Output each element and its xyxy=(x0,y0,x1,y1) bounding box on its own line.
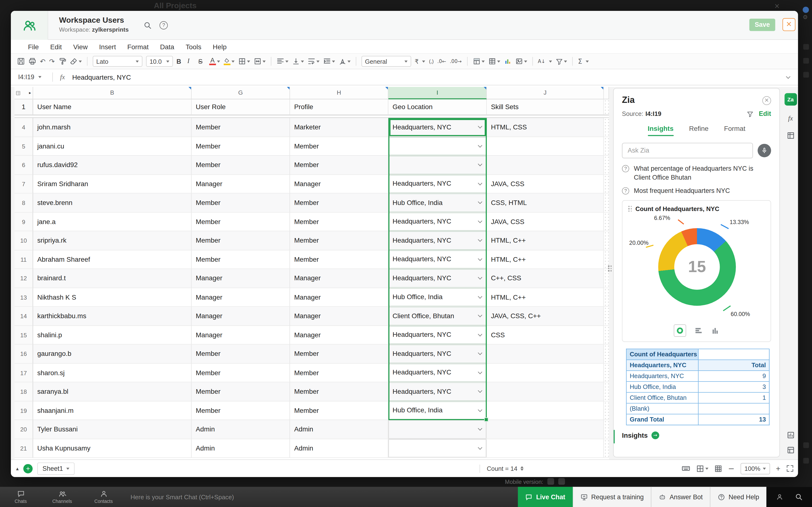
cell-skillsets-16[interactable] xyxy=(487,344,604,363)
chevron-down-icon[interactable] xyxy=(478,351,482,355)
menu-edit[interactable]: Edit xyxy=(45,43,67,50)
zia-filter-icon[interactable] xyxy=(747,111,754,117)
font-select[interactable]: Lato xyxy=(93,56,142,67)
text-color-button[interactable]: A xyxy=(209,58,220,65)
cell-profile-4[interactable]: Marketer xyxy=(290,118,388,137)
cell-geolocation-15[interactable]: Headquarters, NYC xyxy=(388,326,487,344)
cell-username-5[interactable]: janani.cu xyxy=(33,137,192,156)
menu-help[interactable]: Help xyxy=(207,43,232,50)
cell-userrole-10[interactable]: Member xyxy=(192,231,290,250)
drag-handle-icon[interactable] xyxy=(628,206,632,212)
chart-type-column-button[interactable] xyxy=(711,326,719,334)
indent-button[interactable] xyxy=(323,57,335,65)
merge-cells-button[interactable] xyxy=(254,57,266,65)
cell-username-12[interactable]: brainard.t xyxy=(33,269,192,288)
currency-caret[interactable] xyxy=(422,60,425,62)
number-format-select[interactable]: General xyxy=(361,56,411,67)
zia-suggestion-2[interactable]: ?Most frequent Headquarters NYC xyxy=(622,187,771,195)
cell-profile-8[interactable]: Member xyxy=(290,193,388,212)
donut-chart[interactable]: 15 13.33%60.00%20.00%6.67% xyxy=(628,214,765,322)
freeze-panes-button[interactable] xyxy=(472,57,484,65)
row-header-7[interactable]: 7 xyxy=(14,175,33,193)
column-header-G[interactable]: G xyxy=(192,87,290,99)
cell-username-17[interactable]: sharon.sj xyxy=(33,363,192,382)
borders-button[interactable] xyxy=(238,57,250,65)
cell-header-profile[interactable]: Profile xyxy=(290,99,388,115)
cell-skillsets-12[interactable]: C++, CSS xyxy=(487,269,604,288)
cell-username-14[interactable]: karthickbabu.ms xyxy=(33,307,192,326)
cell-geolocation-4[interactable]: Headquarters, NYC xyxy=(388,118,487,137)
smart-chat-input[interactable] xyxy=(131,493,513,501)
pivot-view-icon[interactable] xyxy=(786,131,795,139)
cell-userrole-6[interactable]: Member xyxy=(192,156,290,175)
cell-userrole-19[interactable]: Member xyxy=(192,401,290,420)
clear-format-icon[interactable] xyxy=(70,57,82,65)
text-wrap-button[interactable] xyxy=(307,57,319,65)
hidden-rows-indicator[interactable] xyxy=(14,115,609,118)
chevron-down-icon[interactable] xyxy=(478,332,482,336)
pivot-label[interactable]: Hub Office, India xyxy=(627,382,699,393)
grid-view-icon[interactable] xyxy=(714,464,722,472)
zia-suggestion-1[interactable]: ?What percentage of Headquarters NYC is … xyxy=(622,164,771,182)
insights-arrow-icon[interactable]: → xyxy=(651,431,659,439)
chart-type-bar-button[interactable] xyxy=(695,326,703,334)
row-header-6[interactable]: 6 xyxy=(14,156,33,175)
count-stepper-icon[interactable] xyxy=(520,466,524,471)
row-header-10[interactable]: 10 xyxy=(14,231,33,250)
chevron-down-icon[interactable] xyxy=(478,181,482,185)
chevron-down-icon[interactable] xyxy=(478,388,482,393)
formula-input[interactable]: Headquarters, NYC xyxy=(72,73,786,81)
chevron-down-icon[interactable] xyxy=(478,370,482,374)
text-rotate-button[interactable] xyxy=(339,57,350,65)
functions-icon[interactable]: fx xyxy=(788,114,793,123)
cell-geolocation-9[interactable]: Headquarters, NYC xyxy=(388,213,487,231)
cell-userrole-5[interactable]: Member xyxy=(192,137,290,156)
print-icon[interactable] xyxy=(29,57,36,65)
cell-userrole-20[interactable]: Admin xyxy=(192,420,290,439)
cell-geolocation-19[interactable]: Hub Office, India xyxy=(388,401,487,420)
cell-profile-12[interactable]: Manager xyxy=(290,269,388,288)
cell-username-4[interactable]: john.marsh xyxy=(33,118,192,137)
cell-skillsets-9[interactable]: JAVA, CSS xyxy=(487,213,604,231)
row-header-15[interactable]: 15 xyxy=(14,326,33,344)
comma-format-icon[interactable]: (,) xyxy=(429,58,434,64)
row-header-4[interactable]: 4 xyxy=(14,118,33,137)
filter-button[interactable] xyxy=(556,58,567,65)
cell-userrole-4[interactable]: Member xyxy=(192,118,290,137)
sum-button[interactable]: Σ xyxy=(578,57,582,65)
cell-skillsets-14[interactable]: JAVA, CSS, C++ xyxy=(487,307,604,326)
taskbar-search-icon[interactable] xyxy=(795,493,803,501)
cell-username-16[interactable]: gaurango.b xyxy=(33,344,192,363)
zoom-out-button[interactable]: − xyxy=(728,464,735,473)
undo-icon[interactable]: ↶ xyxy=(40,57,45,65)
cell-header-skillsets[interactable]: Skill Sets xyxy=(487,99,604,115)
sheet-view-button[interactable] xyxy=(696,464,708,472)
cell-header-username[interactable]: User Name xyxy=(33,99,192,115)
cell-skillsets-11[interactable]: HTML, C++ xyxy=(487,250,604,269)
row-header-5[interactable]: 5 xyxy=(14,137,33,156)
decrease-decimal-icon[interactable]: .0← xyxy=(437,58,446,64)
pivot-label[interactable]: Headquarters, NYC xyxy=(627,371,699,382)
bold-button[interactable]: B xyxy=(176,58,184,65)
increase-decimal-icon[interactable]: .00→ xyxy=(450,58,462,64)
chevron-down-icon[interactable] xyxy=(478,162,482,166)
cell-profile-18[interactable]: Member xyxy=(290,382,388,401)
menu-tools[interactable]: Tools xyxy=(180,43,207,50)
cell-username-21[interactable]: Usha Kupnusamy xyxy=(33,439,192,458)
cell-profile-19[interactable]: Member xyxy=(290,401,388,420)
cell-skillsets-21[interactable] xyxy=(487,439,604,458)
cell-skillsets-20[interactable] xyxy=(487,420,604,439)
zia-logo-icon[interactable]: Za xyxy=(784,93,797,106)
operator-chat-icon[interactable] xyxy=(776,493,783,501)
cell-skillsets-5[interactable] xyxy=(487,137,604,156)
cell-skillsets-8[interactable]: CSS, HTML xyxy=(487,193,604,212)
cell-userrole-13[interactable]: Manager xyxy=(192,288,290,307)
cell-skillsets-13[interactable]: HTML, C++ xyxy=(487,288,604,307)
answer-bot-button[interactable]: Answer Bot xyxy=(651,487,710,507)
chevron-down-icon[interactable] xyxy=(478,445,482,450)
chevron-down-icon[interactable] xyxy=(478,219,482,223)
font-size-select[interactable]: 10.0 xyxy=(146,56,173,67)
sort-button[interactable]: A↓ xyxy=(538,58,545,64)
italic-button[interactable]: I xyxy=(187,57,195,65)
chevron-down-icon[interactable] xyxy=(478,275,482,280)
